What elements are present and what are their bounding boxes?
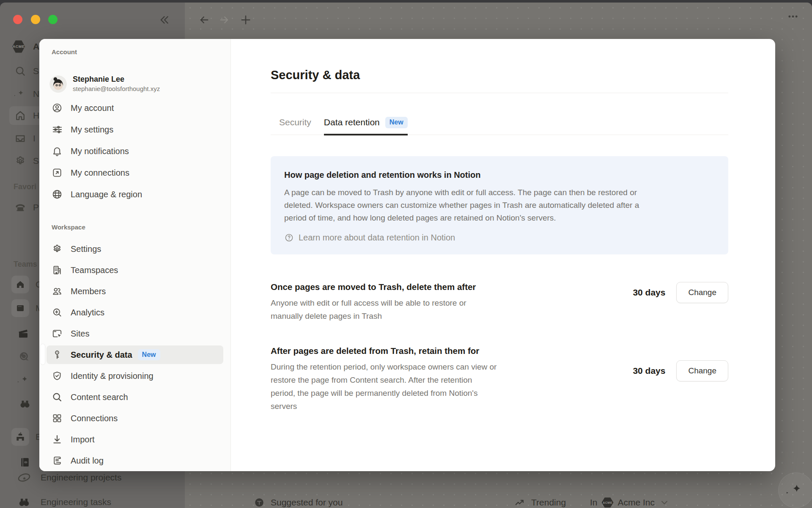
person-circle-icon <box>52 102 63 113</box>
nav-item-my-connections[interactable]: My connections <box>47 163 223 182</box>
info-box-title: How page deletion and retention works in… <box>284 169 715 181</box>
nav-item-label: My account <box>71 103 114 113</box>
change-button[interactable]: Change <box>676 282 728 303</box>
close-window-button[interactable] <box>13 15 22 24</box>
setting-row-retain-after-delete: After pages are deleted from Trash, reta… <box>271 345 728 413</box>
page-title: Engineering projects <box>41 472 121 483</box>
new-badge: New <box>385 117 408 128</box>
more-options-button[interactable] <box>786 9 800 24</box>
workspace-section-label: Workspace <box>52 224 85 231</box>
arrow-out-box-icon <box>52 167 63 178</box>
learn-more-link[interactable]: Learn more about data retention in Notio… <box>284 233 715 243</box>
house-icon <box>11 276 29 293</box>
nav-item-sites[interactable]: Sites <box>47 324 223 343</box>
ellipsis-icon <box>787 11 799 22</box>
nav-item-teamspaces[interactable]: Teamspaces <box>47 261 223 279</box>
forward-button[interactable] <box>217 13 231 27</box>
sidebar-page-engineering-tasks[interactable]: Engineering tasks <box>0 493 211 508</box>
browser-cursor-icon <box>52 328 63 339</box>
tab-label: Security <box>279 117 311 127</box>
avatar <box>49 75 67 93</box>
building-icon <box>52 265 63 276</box>
tab-security[interactable]: Security <box>279 117 311 135</box>
inbox-icon <box>14 132 27 145</box>
suggested-icon <box>254 497 265 508</box>
grid-icon <box>52 413 63 424</box>
workspace-filter: In ACME Acme Inc <box>590 497 670 508</box>
sparkles-icon <box>787 481 805 500</box>
back-button[interactable] <box>197 13 211 27</box>
nav-item-label: Identity & provisioning <box>71 371 154 381</box>
account-section-label: Account <box>52 48 77 55</box>
arrow-right-icon <box>218 14 230 26</box>
setting-description: Anyone with edit or full access will be … <box>271 296 558 323</box>
workspace-nav-group: Settings Teamspaces Members Analytics Si… <box>47 240 223 471</box>
download-icon <box>52 434 63 445</box>
workspace-name-fragment: A <box>33 41 39 52</box>
sliders-icon <box>52 124 63 135</box>
current-user: Stephanie Lee stephanie@toolsforthought.… <box>47 71 223 97</box>
nav-item-members[interactable]: Members <box>47 282 223 301</box>
sidebar-label-fragment: H <box>33 110 39 121</box>
projector-window-icon <box>11 299 29 317</box>
learn-more-label: Learn more about data retention in Notio… <box>299 233 455 243</box>
binoculars-icon <box>19 398 31 410</box>
notion-ai-fab <box>778 472 812 508</box>
magnifier-plus-icon <box>52 307 63 318</box>
nav-item-security-data[interactable]: Security & dataNew <box>47 345 223 364</box>
nav-item-label: My settings <box>71 125 113 135</box>
nav-item-label: Language & region <box>71 190 142 199</box>
change-button[interactable]: Change <box>676 360 728 381</box>
key-icon <box>52 349 63 360</box>
setting-controls: 30 days Change <box>633 282 728 303</box>
people-icon <box>52 286 63 297</box>
sidebar-collapse-button[interactable] <box>157 13 172 27</box>
setting-heading: Once pages are moved to Trash, delete th… <box>271 281 558 293</box>
plus-icon <box>240 14 252 26</box>
suggested-label: Suggested for you <box>271 497 343 508</box>
settings-dialog: Account Stephanie Lee stephanie@ <box>39 39 775 471</box>
nav-item-my-notifications[interactable]: My notifications <box>47 142 223 160</box>
help-circle-icon <box>284 233 294 243</box>
tab-label: Data retention <box>324 117 380 127</box>
page-title: Engineering tasks <box>41 497 111 507</box>
trending-tab: Trending <box>514 497 566 508</box>
zoom-window-button[interactable] <box>48 15 58 24</box>
sidebar-teams-label: Teams <box>14 260 37 269</box>
setting-row-trash-delete: Once pages are moved to Trash, delete th… <box>271 281 728 323</box>
nav-item-my-account[interactable]: My account <box>47 99 223 117</box>
sidebar-favorites-label: Favori <box>14 182 36 191</box>
nav-item-label: My connections <box>71 168 129 178</box>
title-divider <box>271 93 728 93</box>
nav-item-connections[interactable]: Connections <box>47 409 223 428</box>
nav-scrollbar-thumb[interactable] <box>41 344 45 364</box>
school-icon <box>11 428 29 446</box>
setting-text: After pages are deleted from Trash, reta… <box>271 345 558 413</box>
retention-value: 30 days <box>633 366 665 376</box>
acme-workspace-logo: ACME <box>602 497 614 508</box>
globe-icon <box>52 189 63 200</box>
sidebar-label-fragment: S <box>33 156 39 166</box>
nav-item-analytics[interactable]: Analytics <box>47 303 223 322</box>
sidebar-label-fragment: P <box>33 202 39 213</box>
trending-label: Trending <box>531 497 566 508</box>
nav-item-language-region[interactable]: Language & region <box>47 185 223 204</box>
nav-item-settings[interactable]: Settings <box>47 240 223 258</box>
chevron-down-icon <box>659 497 670 508</box>
home-icon <box>14 109 27 122</box>
info-box-body: A page can be moved to Trash by anyone w… <box>284 186 715 224</box>
nav-item-content-search[interactable]: Content search <box>47 388 223 406</box>
tab-data-retention[interactable]: Data retentionNew <box>324 117 408 135</box>
nav-item-audit-log[interactable]: Audit log <box>47 451 223 470</box>
search-icon <box>14 65 27 77</box>
ai-sparkles-icon <box>14 88 27 100</box>
minimize-window-button[interactable] <box>31 15 40 24</box>
settings-content: Security & data Security Data retentionN… <box>231 39 775 471</box>
nav-item-label: Audit log <box>71 456 104 466</box>
comet-icon <box>17 470 31 485</box>
nav-item-identity-provisioning[interactable]: Identity & provisioning <box>47 367 223 385</box>
new-page-button[interactable] <box>239 13 253 27</box>
shield-check-icon <box>52 370 63 381</box>
nav-item-import[interactable]: Import <box>47 430 223 449</box>
nav-item-my-settings[interactable]: My settings <box>47 120 223 139</box>
